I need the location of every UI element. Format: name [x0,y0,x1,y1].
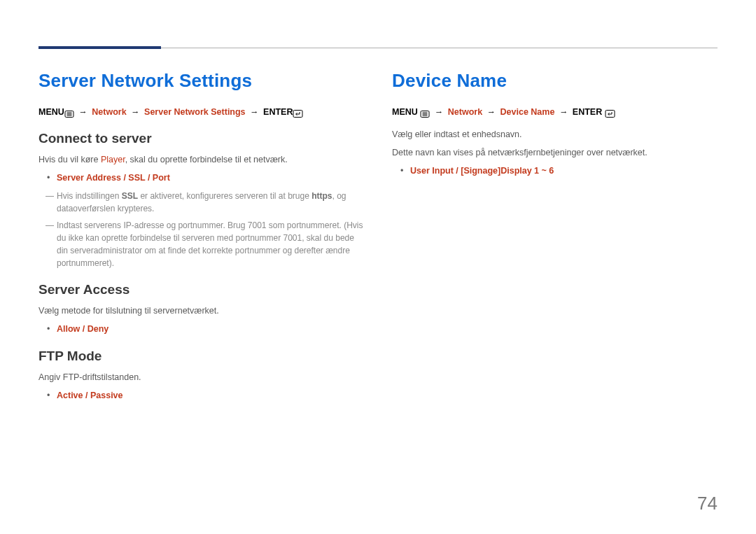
bullets-ftp-mode: Active / Passive [38,389,364,402]
body-ftp-mode: Angiv FTP-driftstilstanden. [38,371,364,384]
crumb-server-network-settings: Server Network Settings [144,107,246,117]
body-device-name-1: Vælg eller indtast et enhedsnavn. [392,128,718,141]
text: , skal du oprette forbindelse til et net… [125,155,288,164]
heading-ftp-mode: FTP Mode [38,349,364,364]
breadcrumb-left: MENU → Network → Server Network Settings… [38,107,364,118]
heading-connect-to-server: Connect to server [38,131,364,146]
breadcrumb-right: MENU → Network → Device Name → ENTER [392,107,718,118]
section-title-server-network: Server Network Settings [38,70,364,92]
bullet-red: Allow / Deny [57,324,108,334]
body-server-access: Vælg metode for tilslutning til serverne… [38,304,364,317]
arrow-icon: → [557,107,570,117]
enter-icon [605,108,615,118]
bullets-server-access: Allow / Deny [38,323,364,336]
crumb-menu: MENU [38,107,64,117]
bullet-user-input: User Input / [Signage]Display 1 ~ 6 [392,164,718,178]
crumb-network: Network [448,107,482,117]
enter-icon [293,108,303,118]
right-column: Device Name MENU → Network → Device Name… [392,70,718,407]
https-bold: https [312,191,332,201]
arrow-icon: → [76,107,90,117]
left-column: Server Network Settings MENU → Network →… [38,70,364,407]
crumb-menu: MENU [392,107,418,117]
bullet-red: User Input / [Signage]Display 1 ~ 6 [410,166,554,176]
heading-server-access: Server Access [38,282,364,297]
notes-connect: Hvis indstillingen SSL er aktiveret, kon… [38,190,364,269]
body-device-name-2: Dette navn kan vises på netværksfjernbet… [392,146,718,159]
bullet-red: Server Address / SSL / Port [57,173,170,183]
note-ip-port: Indtast serverens IP-adresse og portnumm… [38,219,364,269]
page: Server Network Settings MENU → Network →… [0,0,756,534]
page-number: 74 [697,493,718,514]
player-red: Player [101,155,125,164]
bullet-active-passive: Active / Passive [38,389,364,402]
bullets-device-name: User Input / [Signage]Display 1 ~ 6 [392,164,718,178]
note-ssl: Hvis indstillingen SSL er aktiveret, kon… [38,190,364,215]
text: Hvis du vil køre [38,155,101,164]
text: Hvis indstillingen [57,191,122,201]
arrow-icon: → [433,107,446,117]
bullet-server-address: Server Address / SSL / Port [38,171,364,185]
arrow-icon: → [129,107,142,117]
section-title-device-name: Device Name [392,70,718,92]
header-thick-bar [38,46,161,49]
crumb-network: Network [92,107,126,117]
bullets-connect: Server Address / SSL / Port [38,171,364,185]
body-connect: Hvis du vil køre Player, skal du oprette… [38,153,364,166]
arrow-icon: → [248,107,261,117]
bullet-red: Active / Passive [57,391,123,400]
arrow-icon: → [485,107,498,117]
bullet-allow-deny: Allow / Deny [38,323,364,336]
crumb-device-name: Device Name [500,107,555,117]
crumb-enter: ENTER [573,107,602,117]
menu-icon [64,108,74,118]
menu-icon [420,108,430,118]
ssl-bold: SSL [122,191,138,201]
crumb-enter: ENTER [263,107,293,117]
columns: Server Network Settings MENU → Network →… [38,70,718,407]
text: er aktiveret, konfigureres serveren til … [138,191,312,201]
